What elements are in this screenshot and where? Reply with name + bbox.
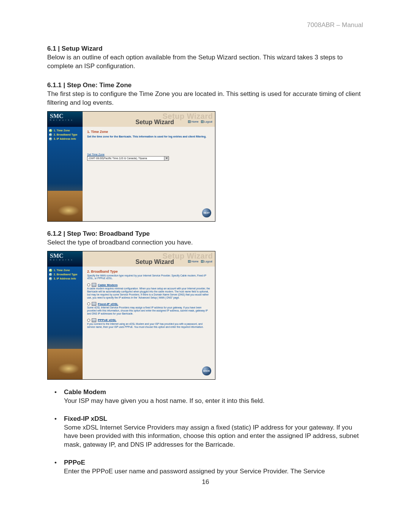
sidebar-item-label: 3. IP Address Info (54, 277, 76, 280)
section-6-1-1-body: The first step is to configure the Time … (47, 90, 364, 107)
doc-header-label: 7008ABR – Manual (307, 21, 363, 29)
back-button[interactable]: BACK (202, 366, 211, 375)
step-bullet-icon (49, 133, 52, 136)
bullet-pppoe: • PPPoE Enter the PPPoE user name and pa… (47, 459, 364, 476)
bullet-title: Cable Modem (64, 388, 364, 397)
radio-cable-modem[interactable] (87, 283, 90, 286)
logout-link[interactable]: Logout (201, 120, 212, 123)
bullet-dot: • (47, 388, 64, 406)
next-button[interactable]: NEXT (202, 208, 211, 217)
sidebar-item-label: 2. Broadband Type (54, 133, 78, 136)
bullet-content: Cable Modem Your ISP may have given you … (64, 388, 364, 406)
sidebar-item-time-zone[interactable]: 1. Time Zone (49, 269, 81, 272)
sidebar-item-label: 2. Broadband Type (54, 273, 78, 276)
logo-text: SMC (50, 113, 80, 119)
set-time-zone-label: Set Time Zone (87, 153, 210, 156)
bullet-content: PPPoE Enter the PPPoE user name and pass… (64, 459, 364, 476)
wizard-content: 2. Broadband Type Specify the WAN connec… (83, 267, 215, 379)
cable-modem-icon (92, 283, 96, 287)
section-6-1-title: 6.1 | Setup Wizard (47, 45, 364, 53)
shot-body: 1. Time Zone 2. Broadband Type 3. IP Add… (48, 267, 215, 379)
radio-pppoe[interactable] (87, 319, 90, 322)
top-links: Home Logout (188, 120, 212, 123)
section-6-1-intro: Below is an outline of each option avail… (47, 53, 364, 71)
logo-subtext: N e t w o r k s (50, 259, 80, 261)
logout-icon (201, 260, 204, 263)
home-link-label: Home (191, 260, 199, 263)
bullet-content: Fixed-IP xDSL Some xDSL Internet Service… (64, 415, 364, 450)
step-bullet-icon (49, 269, 52, 272)
shot-header: SMC N e t w o r k s Setup Wizard Setup W… (48, 251, 215, 267)
bullet-text: Enter the PPPoE user name and password a… (64, 467, 364, 476)
wizard-content: 1. Time Zone Set the time zone for the B… (83, 127, 215, 221)
home-link[interactable]: Home (188, 260, 199, 263)
option-head: PPPoE xDSL (87, 318, 210, 322)
cable-modem-link[interactable]: Cable Modem (98, 283, 118, 287)
sidebar-item-broadband-type[interactable]: 2. Broadband Type (49, 273, 81, 276)
logout-icon (201, 120, 204, 123)
option-text: If you connect to the Internet using an … (87, 323, 210, 329)
logout-link-label: Logout (204, 120, 212, 123)
bullet-title: Fixed-IP xDSL (64, 415, 364, 423)
fixed-ip-icon (92, 302, 96, 306)
shot-body: 1. Time Zone 2. Broadband Type 3. IP Add… (48, 127, 215, 221)
option-text: Some xDSL Internet Service Providers may… (87, 306, 210, 315)
screenshot-broadband-type: SMC N e t w o r k s Setup Wizard Setup W… (47, 251, 215, 380)
smc-logo: SMC N e t w o r k s (48, 112, 83, 127)
wizard-title: Setup Wizard (135, 259, 174, 265)
home-icon (188, 260, 191, 263)
step-bullet-icon (49, 273, 52, 276)
content-description: Specify the WAN connection type required… (87, 274, 210, 280)
home-link[interactable]: Home (188, 120, 199, 123)
sidebar-item-ip-address-info[interactable]: 3. IP Address Info (49, 277, 81, 280)
home-icon (188, 120, 191, 123)
shot-header: SMC N e t w o r k s Setup Wizard Setup W… (48, 112, 215, 127)
bullet-dot: • (47, 415, 64, 450)
shot-title-area: Setup Wizard Setup Wizard Home Logout (83, 251, 215, 267)
section-6-1-1-title: 6.1.1 | Step One: Time Zone (47, 81, 364, 89)
logout-link[interactable]: Logout (201, 260, 212, 263)
pppoe-icon (92, 318, 96, 322)
sidebar-item-time-zone[interactable]: 1. Time Zone (49, 129, 81, 132)
bullet-text: Some xDSL Internet Service Providers may… (64, 423, 364, 450)
option-head: Fixed-IP xDSL (87, 302, 210, 306)
sidebar-item-label: 3. IP Address Info (54, 137, 76, 140)
option-text: A cable modem requires minimal configura… (87, 287, 210, 299)
time-zone-dropdown[interactable]: (GMT-08:00)Pacific Time (US & Canada); T… (87, 156, 169, 161)
bullet-fixed-ip-xdsl: • Fixed-IP xDSL Some xDSL Internet Servi… (47, 415, 364, 450)
step-bullet-icon (49, 277, 52, 280)
pppoe-link[interactable]: PPPoE xDSL (98, 318, 116, 322)
sidebar-item-broadband-type[interactable]: 2. Broadband Type (49, 133, 81, 136)
sidebar-decorative-image (48, 191, 83, 221)
option-cable-modem: Cable Modem A cable modem requires minim… (87, 283, 210, 299)
chevron-down-icon[interactable] (164, 157, 169, 160)
smc-logo: SMC N e t w o r k s (48, 251, 83, 267)
home-link-label: Home (191, 120, 199, 123)
sidebar-item-label: 1. Time Zone (54, 129, 70, 132)
option-pppoe-xdsl: PPPoE xDSL If you connect to the Interne… (87, 318, 210, 329)
page-number: 16 (47, 478, 364, 486)
wizard-sidebar: 1. Time Zone 2. Broadband Type 3. IP Add… (48, 127, 83, 221)
bullet-dot: • (47, 459, 64, 476)
step-bullet-icon (49, 129, 52, 132)
sidebar-item-ip-address-info[interactable]: 3. IP Address Info (49, 137, 81, 141)
content-title: 2. Broadband Type (87, 270, 210, 273)
sidebar-decorative-image (48, 349, 83, 379)
section-6-1-2-title: 6.1.2 | Step Two: Broadband Type (47, 230, 364, 238)
content-title: 1. Time Zone (87, 130, 210, 134)
logout-link-label: Logout (204, 260, 212, 263)
fixed-ip-link[interactable]: Fixed-IP xDSL (98, 302, 118, 306)
bullet-title: PPPoE (64, 459, 364, 467)
manual-page: 7008ABR – Manual 6.1 | Setup Wizard Belo… (0, 0, 411, 497)
wizard-sidebar: 1. Time Zone 2. Broadband Type 3. IP Add… (48, 267, 83, 379)
bullet-cable-modem: • Cable Modem Your ISP may have given yo… (47, 388, 364, 406)
section-6-1-2-body: Select the type of broadband connection … (47, 238, 364, 247)
bullet-text: Your ISP may have given you a host name.… (64, 397, 364, 406)
top-links: Home Logout (188, 260, 212, 263)
step-bullet-icon (49, 137, 52, 141)
logo-subtext: N e t w o r k s (50, 119, 80, 121)
broadband-type-bullets: • Cable Modem Your ISP may have given yo… (47, 388, 364, 476)
sidebar-item-label: 1. Time Zone (54, 269, 70, 272)
radio-fixed-ip[interactable] (87, 302, 90, 305)
option-fixed-ip-xdsl: Fixed-IP xDSL Some xDSL Internet Service… (87, 302, 210, 315)
